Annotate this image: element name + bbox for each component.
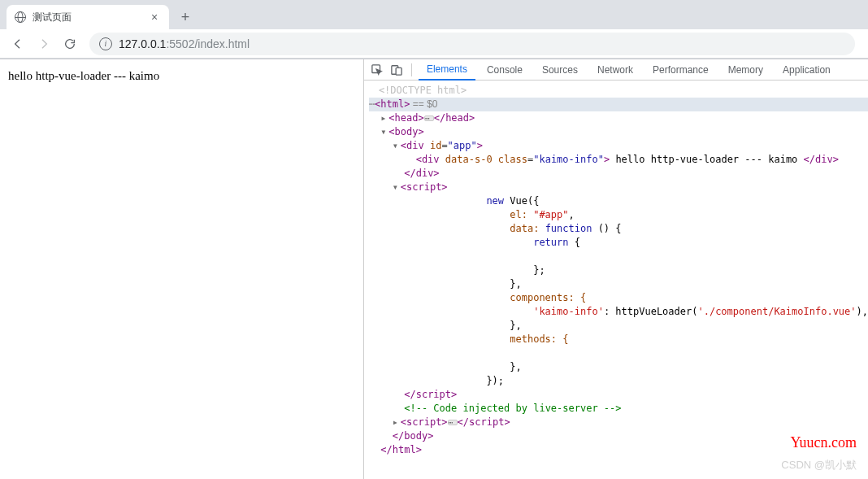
js-l1: new Vue({ [369,194,868,208]
body-close[interactable]: </body> [369,429,868,443]
js-l3: data: function () { [369,222,868,236]
tab-application[interactable]: Application [775,59,839,81]
body-open[interactable]: ▾<body> [369,125,868,139]
script2-line[interactable]: ▸<script></script> [369,416,868,429]
js-l5 [369,250,868,263]
head-line[interactable]: ▸<head></head> [369,111,868,125]
separator [411,63,412,76]
toolbar: i 127.0.0.1:5502/index.html [0,29,868,59]
url-display: 127.0.0.1:5502/index.html [119,37,250,50]
js-l6: }; [369,263,868,277]
rendered-page: hello http-vue-loader --- kaimo [0,59,363,479]
js-l10: }, [369,319,868,333]
devtools-tabbar: Elements Console Sources Network Perform… [364,59,868,81]
js-l2: el: "#app", [369,208,868,222]
js-l14: }); [369,374,868,388]
close-icon[interactable]: × [148,11,161,24]
js-l4: return { [369,236,868,250]
js-l13: }, [369,360,868,374]
doctype-line: <!DOCTYPE html> [369,84,868,98]
reload-button[interactable] [59,33,81,55]
inspect-icon[interactable] [369,62,385,78]
div-app-close[interactable]: </div> [369,167,868,181]
tab-performance[interactable]: Performance [644,59,717,81]
js-l11: methods: { [369,333,868,346]
div-kaimo[interactable]: <div data-s-0 class="kaimo-info"> hello … [369,153,868,167]
dom-tree[interactable]: <!DOCTYPE html> ⋯<html> == $0 ▸<head></h… [364,81,868,460]
forward-button[interactable] [33,33,55,55]
device-toggle-icon[interactable] [388,62,405,78]
html-open[interactable]: ⋯<html> == $0 [369,98,868,111]
browser-tab[interactable]: 测试页面 × [7,5,169,29]
tab-console[interactable]: Console [479,59,531,81]
address-bar[interactable]: i 127.0.0.1:5502/index.html [89,33,855,55]
tab-memory[interactable]: Memory [720,59,771,81]
tab-sources[interactable]: Sources [534,59,586,81]
devtools-panel: Elements Console Sources Network Perform… [363,59,868,479]
html-close[interactable]: </html> [369,443,868,457]
new-tab-button[interactable]: + [174,6,197,28]
tab-bar: 测试页面 × + [0,0,868,29]
js-l9: 'kaimo-info': httpVueLoader('./component… [369,305,868,319]
js-l12 [369,346,868,360]
globe-icon [15,11,26,23]
back-button[interactable] [7,33,29,55]
tab-network[interactable]: Network [589,59,641,81]
live-server-comment: <!-- Code injected by live-server --> [369,402,868,416]
script-open[interactable]: ▾<script> [369,181,868,194]
site-info-icon[interactable]: i [99,37,112,50]
js-l8: components: { [369,291,868,305]
js-l7: }, [369,277,868,291]
browser-chrome: 测试页面 × + i 127.0.0.1:5502/index.html [0,0,868,59]
tab-elements[interactable]: Elements [419,59,475,81]
tab-title: 测试页面 [33,11,72,24]
content-area: hello http-vue-loader --- kaimo Elements… [0,59,868,479]
page-body-text: hello http-vue-loader --- kaimo [8,69,159,82]
div-app-open[interactable]: ▾<div id="app"> [369,139,868,153]
script-close[interactable]: </script> [369,388,868,402]
svg-rect-2 [396,67,401,75]
